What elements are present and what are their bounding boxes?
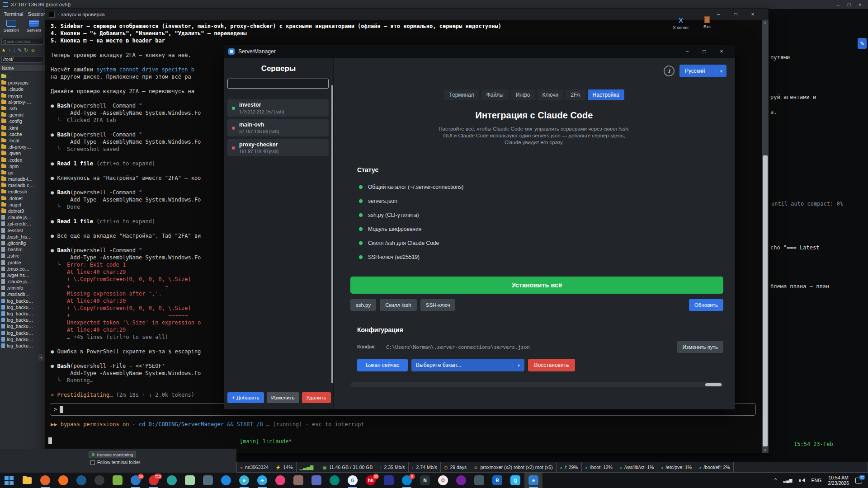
tree-item[interactable]: .codex [0, 156, 45, 163]
path-input[interactable] [1, 56, 43, 63]
tree-item[interactable]: .mariadb… [0, 291, 45, 297]
taskbar-icon-chrome[interactable]: 26 [127, 473, 145, 488]
taskbar-icon-app-pale[interactable] [181, 473, 199, 488]
tree-item[interactable]: go [0, 169, 45, 176]
component-button[interactable]: ssh.py [350, 299, 376, 311]
taskbar-icon-app-gray[interactable] [199, 473, 217, 488]
tree-item[interactable]: .zshrc [0, 253, 45, 259]
server-search-input[interactable] [227, 79, 329, 89]
tree-item[interactable]: .claude.js… [0, 214, 45, 221]
language-indicator[interactable]: ENG [808, 473, 825, 488]
terminal-scrollbar[interactable]: ▲ ▼ [762, 20, 769, 453]
close-button[interactable]: × [854, 2, 865, 7]
tree-item[interactable]: .qwen [0, 150, 45, 156]
tab-2FA[interactable]: 2FA [566, 89, 585, 100]
tree-item[interactable]: log_backu… [0, 310, 45, 317]
component-button[interactable]: Скилл /ssh [380, 299, 416, 311]
tree-item[interactable]: .nuget [0, 202, 45, 208]
scrollbar-thumb[interactable] [763, 155, 768, 446]
minimize-button[interactable]: – [679, 48, 696, 55]
restore-button[interactable]: Восстановить [528, 359, 575, 371]
tab-Ключи[interactable]: Ключи [538, 89, 564, 100]
delete-server-button[interactable]: Удалить [302, 392, 331, 403]
sidebar-tool-icon[interactable]: ↓ [13, 47, 15, 53]
tree-item[interactable]: log_backu… [0, 298, 45, 304]
tree-item[interactable]: mariadb-i… [0, 176, 45, 182]
tab-Инфо[interactable]: Инфо [511, 89, 535, 100]
tree-item[interactable]: log_backu… [0, 317, 45, 323]
component-button[interactable]: SSH-ключ [420, 299, 456, 311]
taskbar-icon-start[interactable] [0, 473, 18, 488]
sidebar-tool-icon[interactable]: ↻ [24, 47, 28, 53]
hidden-icons-button[interactable]: ^ [771, 473, 780, 488]
server-list-item[interactable]: main-ovh37.187.136.86 [ssh] [227, 119, 329, 136]
taskbar-icon-opera[interactable]: O [434, 473, 452, 488]
quick-connect-input[interactable] [1, 38, 43, 45]
session-button[interactable]: Session [1, 20, 22, 35]
sidebar-tool-icon[interactable]: ★ [1, 47, 6, 53]
server-list-scrollbar[interactable] [331, 85, 333, 383]
x-server-button[interactable]: X X server [670, 16, 691, 30]
tree-item[interactable]: ai-proxy-… [0, 99, 45, 105]
taskbar-icon-file-explorer[interactable] [18, 473, 36, 488]
servers-button[interactable]: Servers [24, 20, 44, 35]
tree-item[interactable]: .wget-hs… [0, 272, 45, 278]
scroll-down-icon[interactable]: ▼ [762, 448, 769, 452]
maximize-button[interactable]: □ [844, 2, 854, 7]
taskbar-icon-app-navy[interactable] [380, 473, 398, 488]
taskbar-icon-app-slate[interactable] [470, 473, 488, 488]
server-list-item[interactable]: proxy-checker161.97.118.40 [ssh] [227, 139, 329, 156]
taskbar-icon-app-blue2[interactable] [217, 473, 235, 488]
change-path-button[interactable]: Изменить путь [677, 341, 723, 353]
taskbar-icon-brave[interactable] [36, 473, 54, 488]
taskbar-icon-app-purple[interactable] [452, 473, 470, 488]
taskbar-icon-notepad[interactable] [108, 473, 127, 488]
language-dropdown[interactable]: Русский ▾ [679, 65, 726, 77]
tab-Терминал[interactable]: Терминал [444, 89, 479, 100]
tree-item[interactable]: .bashrc [0, 246, 45, 253]
tree-item[interactable]: myvpn [0, 93, 45, 99]
tree-item[interactable]: .npm [0, 163, 45, 169]
tree-item[interactable]: .config [0, 118, 45, 124]
maximize-button[interactable]: □ [727, 11, 744, 18]
add-server-button[interactable]: + Добавить [227, 392, 264, 403]
tree-scroll-left-button[interactable]: ◂ [38, 354, 44, 361]
tree-item[interactable]: .di-proxy… [0, 144, 45, 150]
tree-item[interactable]: dotnet9 [0, 208, 45, 214]
scrollbar-thumb[interactable] [705, 383, 722, 386]
backup-select[interactable]: Выберите бэкап... ▾ [411, 359, 524, 371]
horizontal-scrollbar[interactable] [350, 382, 723, 387]
taskbar-icon-edge[interactable]: e [235, 473, 253, 488]
taskbar-icon-app-brown[interactable] [289, 473, 307, 488]
menu-item-terminal[interactable]: Terminal [4, 11, 23, 17]
taskbar-icon-app-dark[interactable] [90, 473, 108, 488]
install-all-button[interactable]: Установить всё [350, 277, 723, 294]
server-list-item[interactable]: investor173.212.212.157 [ssh] [227, 99, 329, 117]
tree-item[interactable]: .claude.js… [0, 278, 45, 285]
info-button[interactable]: i [664, 66, 675, 76]
taskbar-icon-quick-widget[interactable]: Q [506, 473, 524, 488]
close-button[interactable]: × [713, 48, 730, 55]
tree-item[interactable]: .gitconfig [0, 240, 45, 246]
taskbar-icon-telegram[interactable]: ✈ [253, 473, 271, 488]
follow-terminal-checkbox[interactable]: Follow terminal folder [90, 460, 140, 465]
tree-item[interactable]: .dotnet [0, 195, 45, 202]
tree-item[interactable]: .profile [0, 259, 45, 265]
remote-monitoring-button[interactable]: Remote monitoring [89, 451, 136, 458]
tab-Файлы[interactable]: Файлы [481, 89, 509, 100]
tree-item[interactable]: .bash_his… [0, 234, 45, 240]
sidebar-tool-icon[interactable]: ☺ [30, 47, 35, 53]
edit-server-button[interactable]: Изменить [267, 392, 299, 403]
tab-Настройка[interactable]: Настройка [588, 89, 624, 100]
tree-item[interactable]: .viminfo [0, 285, 45, 291]
tree-item[interactable]: .cache [0, 131, 45, 137]
scroll-up-icon[interactable]: ▲ [762, 20, 769, 24]
taskbar-icon-app-green[interactable] [326, 473, 344, 488]
tree-item[interactable]: .lesshst [0, 227, 45, 234]
minimize-button[interactable]: – [833, 2, 844, 7]
tree-item[interactable]: .ssh [0, 105, 45, 112]
tree-item[interactable]: .tmux.co… [0, 266, 45, 272]
tree-item[interactable]: log_backu… [0, 343, 45, 349]
backup-now-button[interactable]: Бэкап сейчас [357, 359, 408, 371]
tree-item[interactable]: .kimi [0, 125, 45, 131]
